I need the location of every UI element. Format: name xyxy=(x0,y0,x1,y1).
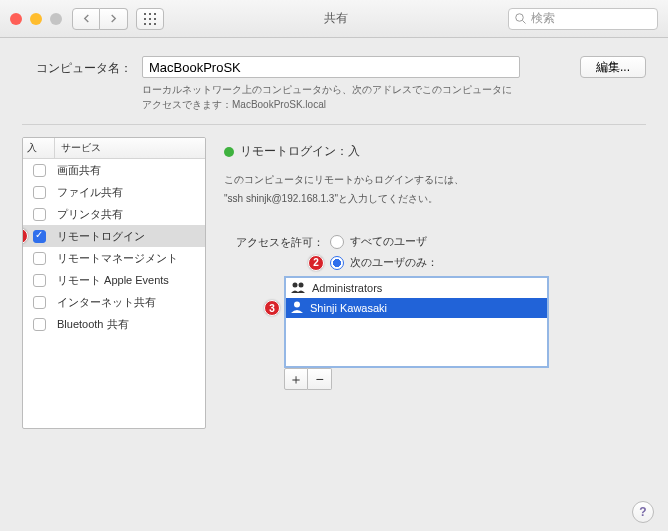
annotation-badge-2: 2 xyxy=(308,255,324,271)
computer-name-input[interactable] xyxy=(142,56,520,78)
help-button[interactable]: ? xyxy=(632,501,654,523)
service-checkbox[interactable] xyxy=(33,318,46,331)
edit-button[interactable]: 編集... xyxy=(580,56,646,78)
search-input[interactable]: 検索 xyxy=(508,8,658,30)
forward-button[interactable] xyxy=(100,8,128,30)
svg-rect-6 xyxy=(144,23,146,25)
add-user-button[interactable]: ＋ xyxy=(284,368,308,390)
radio-only-users[interactable]: 2 次のユーザのみ： xyxy=(330,255,438,270)
svg-rect-4 xyxy=(149,18,151,20)
service-row[interactable]: リモートマネージメント xyxy=(23,247,205,269)
services-header-on: 入 xyxy=(23,138,55,158)
service-row[interactable]: インターネット共有 xyxy=(23,291,205,313)
radio-icon xyxy=(330,235,344,249)
access-label: アクセスを許可： xyxy=(224,234,324,250)
services-list: 入 サービス 画面共有ファイル共有プリンタ共有1リモートログインリモートマネージ… xyxy=(22,137,206,429)
search-icon xyxy=(515,13,527,25)
service-label: リモートログイン xyxy=(55,229,145,244)
annotation-badge-3: 3 xyxy=(264,300,280,316)
service-row[interactable]: ファイル共有 xyxy=(23,181,205,203)
svg-rect-7 xyxy=(149,23,151,25)
service-label: Bluetooth 共有 xyxy=(55,317,129,332)
user-row[interactable]: Administrators xyxy=(286,278,547,298)
nav-buttons xyxy=(72,8,128,30)
radio-icon xyxy=(330,256,344,270)
status-on-icon xyxy=(224,147,234,157)
svg-point-13 xyxy=(294,302,300,308)
services-header-service: サービス xyxy=(55,138,205,158)
group-icon xyxy=(290,281,306,295)
service-label: 画面共有 xyxy=(55,163,101,178)
service-label: ファイル共有 xyxy=(55,185,123,200)
radio-all-users[interactable]: すべてのユーザ xyxy=(330,234,438,249)
service-row[interactable]: リモート Apple Events xyxy=(23,269,205,291)
service-label: インターネット共有 xyxy=(55,295,156,310)
service-label: リモート Apple Events xyxy=(55,273,169,288)
user-label: Administrators xyxy=(312,282,382,294)
computer-name-label: コンピュータ名： xyxy=(22,56,142,77)
window-title: 共有 xyxy=(164,10,508,27)
service-checkbox[interactable] xyxy=(33,296,46,309)
radio-only-label: 次のユーザのみ： xyxy=(350,255,438,270)
close-icon[interactable] xyxy=(10,13,22,25)
svg-rect-1 xyxy=(149,13,151,15)
service-row[interactable]: Bluetooth 共有 xyxy=(23,313,205,335)
minimize-icon[interactable] xyxy=(30,13,42,25)
status-title: リモートログイン：入 xyxy=(240,143,360,160)
service-label: リモートマネージメント xyxy=(55,251,178,266)
svg-point-11 xyxy=(293,283,298,288)
remove-user-button[interactable]: − xyxy=(308,368,332,390)
service-label: プリンタ共有 xyxy=(55,207,123,222)
radio-all-label: すべてのユーザ xyxy=(350,234,427,249)
svg-rect-3 xyxy=(144,18,146,20)
svg-rect-5 xyxy=(154,18,156,20)
svg-line-10 xyxy=(523,20,526,23)
computer-name-desc: ローカルネットワーク上のコンピュータから、次のアドレスでこのコンピュータにアクセ… xyxy=(142,82,518,112)
service-checkbox[interactable] xyxy=(33,186,46,199)
service-row[interactable]: 画面共有 xyxy=(23,159,205,181)
zoom-icon[interactable] xyxy=(50,13,62,25)
titlebar: 共有 検索 xyxy=(0,0,668,38)
user-list[interactable]: Administrators3Shinji Kawasaki xyxy=(284,276,549,368)
back-button[interactable] xyxy=(72,8,100,30)
svg-rect-0 xyxy=(144,13,146,15)
service-row[interactable]: プリンタ共有 xyxy=(23,203,205,225)
svg-point-12 xyxy=(299,283,304,288)
svg-rect-2 xyxy=(154,13,156,15)
service-checkbox[interactable] xyxy=(33,230,46,243)
user-row[interactable]: 3Shinji Kawasaki xyxy=(286,298,547,318)
user-icon xyxy=(290,301,304,315)
service-checkbox[interactable] xyxy=(33,252,46,265)
service-checkbox[interactable] xyxy=(33,274,46,287)
service-row[interactable]: 1リモートログイン xyxy=(23,225,205,247)
status-desc: このコンピュータにリモートからログインするには、"ssh shinjk@192.… xyxy=(224,170,646,208)
window-controls xyxy=(10,13,62,25)
show-all-button[interactable] xyxy=(136,8,164,30)
svg-point-9 xyxy=(516,13,524,21)
separator xyxy=(22,124,646,125)
service-checkbox[interactable] xyxy=(33,164,46,177)
service-checkbox[interactable] xyxy=(33,208,46,221)
user-label: Shinji Kawasaki xyxy=(310,302,387,314)
search-placeholder: 検索 xyxy=(531,10,555,27)
svg-rect-8 xyxy=(154,23,156,25)
